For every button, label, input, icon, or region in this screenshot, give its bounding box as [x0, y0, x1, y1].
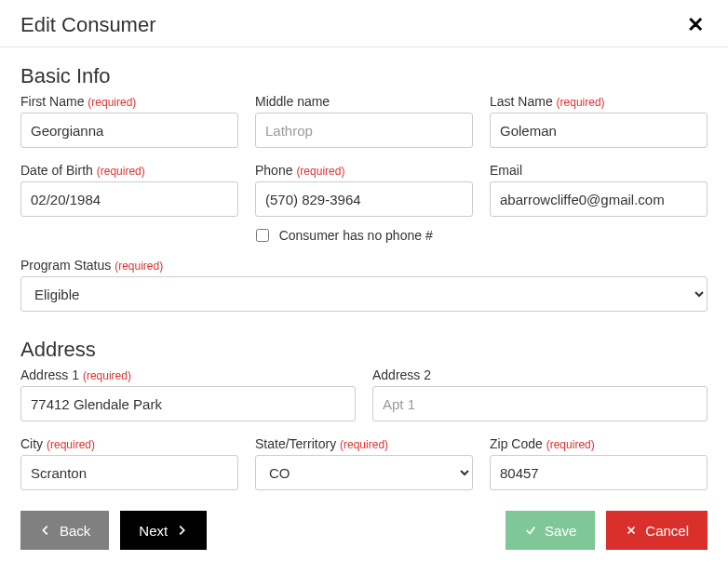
address2-input[interactable]: [372, 386, 708, 421]
back-button[interactable]: Back: [20, 511, 109, 550]
address-heading: Address: [20, 338, 708, 362]
dialog-header: Edit Consumer ✕: [0, 0, 728, 47]
dob-input[interactable]: [20, 181, 238, 217]
address2-label: Address 2: [372, 367, 708, 382]
middle-name-label: Middle name: [255, 94, 473, 109]
first-name-input[interactable]: [20, 113, 238, 148]
email-label: Email: [490, 163, 708, 178]
no-phone-label: Consumer has no phone #: [279, 228, 433, 243]
program-status-select[interactable]: Eligible: [20, 276, 708, 312]
middle-name-input[interactable]: [255, 113, 473, 148]
address1-input[interactable]: [20, 386, 356, 421]
check-icon: [524, 524, 537, 537]
basic-info-heading: Basic Info: [20, 64, 708, 88]
save-button[interactable]: Save: [506, 511, 595, 550]
program-status-label: Program Status (required): [20, 258, 708, 273]
city-label: City (required): [20, 436, 238, 451]
next-button[interactable]: Next: [120, 511, 207, 550]
no-phone-checkbox[interactable]: [256, 229, 269, 242]
phone-label: Phone (required): [255, 163, 473, 178]
close-icon[interactable]: ✕: [683, 13, 708, 37]
dob-label: Date of Birth (required): [20, 163, 238, 178]
dialog-content: Basic Info First Name (required) Middle …: [0, 47, 728, 570]
first-name-label: First Name (required): [20, 94, 238, 109]
email-input[interactable]: [490, 181, 708, 217]
state-label: State/Territory (required): [255, 436, 473, 451]
last-name-label: Last Name (required): [490, 94, 708, 109]
dialog-footer: Back Next Save Cancel: [20, 511, 708, 550]
zip-label: Zip Code (required): [490, 436, 708, 451]
chevron-right-icon: [175, 524, 188, 537]
zip-input[interactable]: [490, 455, 708, 490]
edit-consumer-dialog: Edit Consumer ✕ Basic Info First Name (r…: [0, 0, 728, 570]
address1-label: Address 1 (required): [20, 367, 356, 382]
chevron-left-icon: [39, 524, 52, 537]
state-select[interactable]: CO: [255, 455, 473, 490]
last-name-input[interactable]: [490, 113, 708, 148]
city-input[interactable]: [20, 455, 238, 490]
dialog-title: Edit Consumer: [20, 13, 156, 37]
cancel-button[interactable]: Cancel: [606, 511, 708, 550]
phone-input[interactable]: [255, 181, 473, 217]
close-icon: [625, 524, 638, 537]
